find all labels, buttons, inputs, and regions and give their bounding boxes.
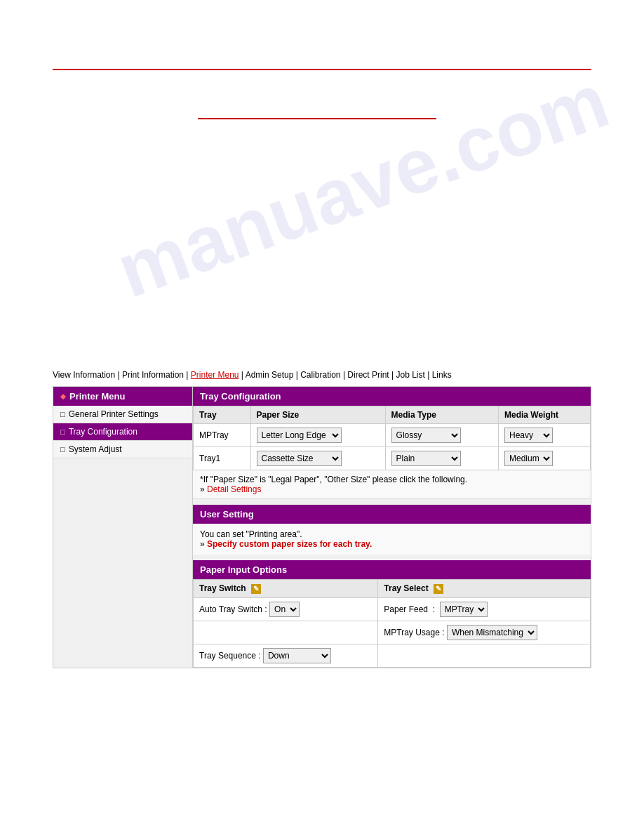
tray1-media-weight-cell: Medium Light Heavy xyxy=(498,447,590,470)
options-row-2: MPTray Usage : When Mismatching Do Not U… xyxy=(194,621,591,644)
mptray-media-weight-select[interactable]: Heavy Light Medium xyxy=(504,428,553,443)
paper-feed-select[interactable]: MPTray Tray1 Auto xyxy=(440,602,488,617)
nav-job-list[interactable]: Job List xyxy=(396,370,424,380)
top-red-line xyxy=(53,69,591,70)
nav-bar: View Information | Print Information | P… xyxy=(53,370,591,380)
separator2 xyxy=(193,555,591,560)
tray1-label: Tray1 xyxy=(194,447,251,470)
options-row-3: Tray Sequence : Down Up Round Robin xyxy=(194,644,591,667)
tray-sequence-cell: Tray Sequence : Down Up Round Robin xyxy=(194,644,378,667)
mptray-media-type-select[interactable]: Glossy Plain Transparency Labels xyxy=(391,428,461,443)
tray-config-header: Tray Configuration xyxy=(193,387,591,406)
empty-cell-2 xyxy=(378,644,591,667)
nav-direct-print[interactable]: Direct Print xyxy=(347,370,389,380)
nav-print-information[interactable]: Print Information xyxy=(122,370,184,380)
secondary-red-line xyxy=(198,118,436,119)
col-media-weight: Media Weight xyxy=(498,406,590,424)
auto-tray-select[interactable]: On Off xyxy=(269,602,300,617)
tray-switch-edit-icon[interactable]: ✎ xyxy=(251,584,261,594)
auto-tray-cell: Auto Tray Switch : On Off xyxy=(194,597,378,621)
tray-select-edit-icon[interactable]: ✎ xyxy=(434,584,443,594)
tray1-paper-size-select[interactable]: Cassette Size Letter Long Edge Letter Sh… xyxy=(257,451,342,466)
mptray-media-type-cell: Glossy Plain Transparency Labels xyxy=(385,424,498,447)
paper-feed-cell: Paper Feed : MPTray Tray1 Auto xyxy=(378,597,591,621)
sidebar-title: Printer Menu xyxy=(53,387,192,406)
col-media-type: Media Type xyxy=(385,406,498,424)
nav-admin-setup[interactable]: Admin Setup xyxy=(246,370,294,380)
tray1-paper-size-cell: Cassette Size Letter Long Edge Letter Sh… xyxy=(250,447,385,470)
options-row-1: Auto Tray Switch : On Off Paper Feed : M… xyxy=(194,597,591,621)
separator1 xyxy=(193,499,591,505)
user-setting-body: You can set "Printing area". » Specify c… xyxy=(193,524,591,555)
mptray-usage-select[interactable]: When Mismatching Do Not Use First xyxy=(447,625,537,640)
nav-links[interactable]: Links xyxy=(432,370,452,380)
paper-input-header: Paper Input Options xyxy=(193,560,591,579)
mptray-media-weight-cell: Heavy Light Medium xyxy=(498,424,590,447)
detail-settings-link[interactable]: Detail Settings xyxy=(207,484,261,494)
paper-input-table: Tray Switch ✎ Tray Select ✎ Auto Tray Sw… xyxy=(193,579,591,668)
mptray-paper-size-select[interactable]: Letter Long Edge Letter Short Edge A4 Lo… xyxy=(257,428,342,443)
right-panel: Tray Configuration Tray Paper Size Media… xyxy=(193,386,591,668)
nav-view-information[interactable]: View Information xyxy=(53,370,115,380)
mptray-label: MPTray xyxy=(194,424,251,447)
sidebar-item-system[interactable]: System Adjust xyxy=(53,441,192,458)
tray1-media-weight-select[interactable]: Medium Light Heavy xyxy=(504,451,553,466)
sidebar-item-general[interactable]: General Printer Settings xyxy=(53,406,192,423)
tray1-media-type-cell: Plain Glossy Transparency Labels xyxy=(385,447,498,470)
custom-paper-sizes-link[interactable]: Specify custom paper sizes for each tray… xyxy=(207,539,372,549)
col-tray: Tray xyxy=(194,406,251,424)
tray-info-text: *If "Paper Size" is "Legal Paper", "Othe… xyxy=(193,470,591,499)
user-setting-link-line: » Specify custom paper sizes for each tr… xyxy=(200,539,584,549)
tray-switch-header: Tray Switch ✎ xyxy=(194,580,378,598)
sidebar: Printer Menu General Printer Settings Tr… xyxy=(53,386,193,668)
col-paper-size: Paper Size xyxy=(250,406,385,424)
tray-select-header: Tray Select ✎ xyxy=(378,580,591,598)
tray-config-table: Tray Paper Size Media Type Media Weight … xyxy=(193,406,591,470)
table-row: MPTray Letter Long Edge Letter Short Edg… xyxy=(194,424,591,447)
main-content: Printer Menu General Printer Settings Tr… xyxy=(53,386,591,668)
empty-cell xyxy=(194,621,378,644)
tray1-media-type-select[interactable]: Plain Glossy Transparency Labels xyxy=(391,451,461,466)
mptray-paper-size-cell: Letter Long Edge Letter Short Edge A4 Lo… xyxy=(250,424,385,447)
watermark: manuave.com xyxy=(105,55,619,315)
user-setting-description: You can set "Printing area". xyxy=(200,529,584,539)
mptray-usage-cell: MPTray Usage : When Mismatching Do Not U… xyxy=(378,621,591,644)
user-setting-header: User Setting xyxy=(193,505,591,524)
nav-printer-menu[interactable]: Printer Menu xyxy=(191,370,239,380)
table-row: Tray1 Cassette Size Letter Long Edge Let… xyxy=(194,447,591,470)
tray-sequence-select[interactable]: Down Up Round Robin xyxy=(263,648,331,663)
nav-calibration[interactable]: Calibration xyxy=(300,370,340,380)
sidebar-item-tray[interactable]: Tray Configuration xyxy=(53,423,192,441)
